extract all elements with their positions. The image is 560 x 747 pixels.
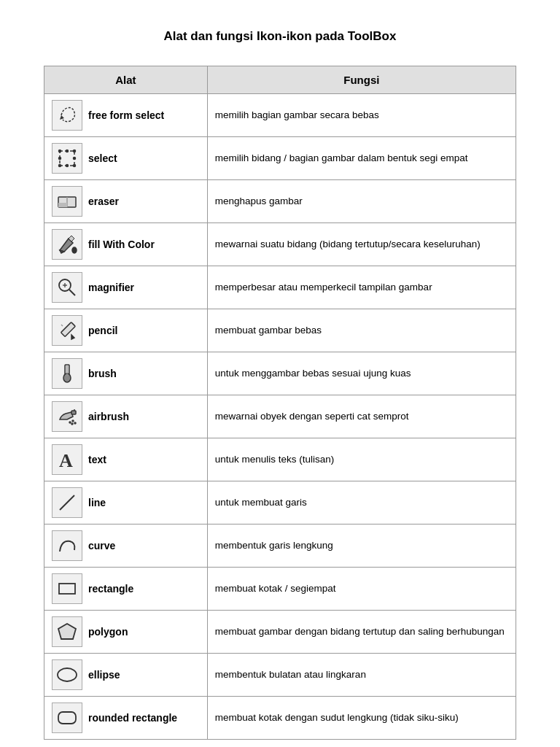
select-icon (52, 143, 82, 174)
airbrush-label: airbrush (88, 411, 129, 422)
tool-cell-airbrush: airbrush (52, 401, 198, 432)
table-row: fill With Colormewarnai suatu bidang (bi… (44, 223, 516, 266)
select-label: select (88, 152, 117, 164)
svg-point-6 (66, 165, 69, 167)
line-func: untuk membuat garis (207, 481, 516, 525)
ellipse-label: ellipse (88, 669, 120, 681)
tool-cell-fill-with-color: fill With Color (52, 229, 198, 260)
eraser-func: menghapus gambar (207, 180, 516, 223)
tool-cell-line: line (52, 487, 198, 518)
polygon-func: membuat gambar dengan bidang tertutup da… (207, 611, 516, 654)
brush-func: untuk menggambar bebas sesuai ujung kuas (207, 352, 516, 395)
svg-rect-0 (60, 151, 74, 166)
table-row: polygonmembuat gambar dengan bidang tert… (44, 611, 516, 654)
tool-cell-pencil: pencil (52, 315, 198, 346)
table-row: A textuntuk menulis teks (tulisan) (44, 438, 516, 481)
rounded-rectangle-label: rounded rectangle (88, 712, 177, 724)
tool-cell-brush: brush (52, 358, 198, 389)
svg-rect-30 (59, 584, 75, 594)
table-row: magnifiermemperbesar atau memperkecil ta… (44, 266, 516, 309)
curve-func: membentuk garis lengkung (207, 525, 516, 568)
airbrush-func: mewarnai obyek dengan seperti cat sempro… (207, 395, 516, 438)
rectangle-func: membuat kotak / segiempat (207, 568, 516, 611)
polygon-icon (52, 616, 82, 647)
table-row: rectanglemembuat kotak / segiempat (44, 568, 516, 611)
text-label: text (88, 454, 106, 465)
table-row: erasermenghapus gambar (44, 180, 516, 223)
tool-cell-select: select (52, 143, 198, 174)
table-row: lineuntuk membuat garis (44, 481, 516, 525)
toolbox-table: Alat Fungsi free form selectmemilih bagi… (44, 66, 516, 740)
tool-cell-ellipse: ellipse (52, 659, 198, 690)
magnifier-func: memperbesar atau memperkecil tampilan ga… (207, 266, 516, 309)
fill-with-color-label: fill With Color (88, 239, 155, 250)
tool-cell-text: A text (52, 444, 198, 475)
svg-point-27 (74, 422, 76, 424)
table-row: brushuntuk menggambar bebas sesuai ujung… (44, 352, 516, 395)
svg-point-24 (69, 422, 71, 423)
rectangle-label: rectangle (88, 583, 133, 595)
rounded-rectangle-icon (52, 703, 82, 733)
svg-point-1 (59, 150, 61, 152)
free-form-select-func: memilih bagian gambar secara bebas (207, 94, 516, 137)
pencil-func: membuat gambar bebas (207, 309, 516, 352)
svg-point-8 (74, 158, 76, 160)
pencil-icon (52, 315, 82, 346)
svg-line-29 (60, 495, 74, 510)
brush-label: brush (88, 368, 117, 379)
curve-icon (52, 530, 82, 561)
svg-point-7 (59, 158, 61, 160)
magnifier-icon (52, 272, 82, 303)
svg-rect-22 (71, 411, 76, 414)
fill-with-color-icon (52, 229, 82, 260)
pencil-label: pencil (88, 325, 117, 336)
tool-cell-free-form-select: free form select (52, 100, 198, 131)
line-label: line (88, 497, 106, 508)
polygon-label: polygon (88, 626, 128, 638)
magnifier-label: magnifier (88, 282, 134, 293)
svg-line-18 (61, 325, 63, 326)
table-row: rounded rectanglemembuat kotak dengan su… (44, 697, 516, 740)
page-title: Alat dan fungsi Ikon-ikon pada ToolBox (44, 29, 516, 44)
svg-rect-17 (61, 322, 76, 337)
tool-cell-curve: curve (52, 530, 198, 561)
svg-point-26 (71, 423, 73, 425)
free-form-select-icon (52, 100, 82, 131)
svg-point-5 (66, 150, 69, 152)
table-row: curvemembentuk garis lengkung (44, 525, 516, 568)
tool-cell-magnifier: magnifier (52, 272, 198, 303)
rectangle-icon (52, 573, 82, 604)
svg-point-2 (74, 150, 76, 152)
brush-icon (52, 358, 82, 389)
select-func: memilih bidang / bagian gambar dalam ben… (207, 137, 516, 180)
tool-cell-eraser: eraser (52, 186, 198, 217)
tool-cell-rectangle: rectangle (52, 573, 198, 604)
eraser-icon (52, 186, 82, 217)
line-icon (52, 487, 82, 518)
svg-marker-31 (58, 624, 76, 639)
col-fungsi: Fungsi (207, 66, 516, 94)
table-row: pencilmembuat gambar bebas (44, 309, 516, 352)
table-row: ellipsemembentuk bulatan atau lingkaran (44, 654, 516, 697)
svg-point-12 (72, 247, 77, 253)
table-row: airbrushmewarnai obyek dengan seperti ca… (44, 395, 516, 438)
table-row: selectmemilih bidang / bagian gambar dal… (44, 137, 516, 180)
table-row: free form selectmemilih bagian gambar se… (44, 94, 516, 137)
ellipse-func: membentuk bulatan atau lingkaran (207, 654, 516, 697)
text-func: untuk menulis teks (tulisan) (207, 438, 516, 481)
tool-cell-polygon: polygon (52, 616, 198, 647)
svg-line-14 (69, 290, 75, 295)
svg-point-25 (72, 420, 74, 422)
tool-cell-rounded-rectangle: rounded rectangle (52, 703, 198, 733)
svg-point-4 (74, 165, 76, 167)
fill-with-color-func: mewarnai suatu bidang (bidang tertutup/s… (207, 223, 516, 266)
svg-point-32 (58, 668, 77, 681)
airbrush-icon (52, 401, 82, 432)
free-form-select-label: free form select (88, 109, 164, 121)
svg-rect-11 (58, 203, 67, 207)
svg-text:A: A (59, 450, 73, 471)
svg-point-3 (59, 165, 61, 167)
rounded-rectangle-func: membuat kotak dengan sudut lengkung (tid… (207, 697, 516, 740)
ellipse-icon (52, 659, 82, 690)
svg-rect-33 (58, 712, 76, 724)
